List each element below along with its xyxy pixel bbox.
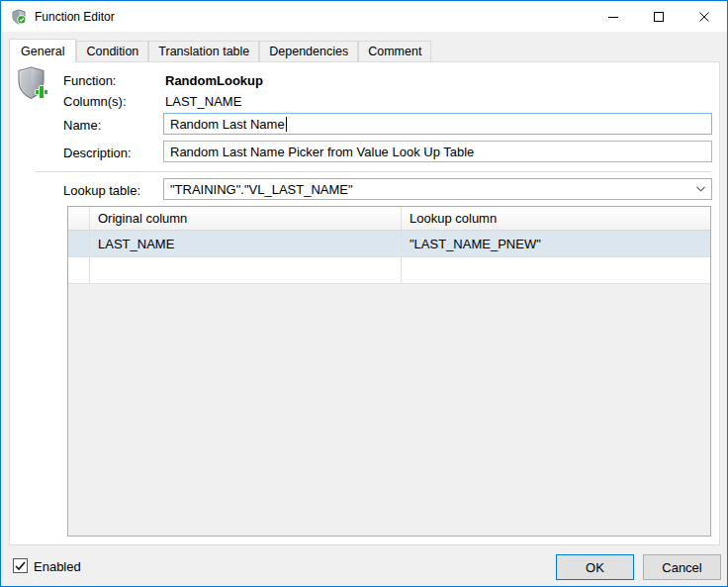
table-row[interactable]: LAST_NAME "LAST_NAME_PNEW" — [68, 231, 710, 257]
lookup-column-header: Lookup column — [402, 207, 710, 230]
columns-label: Column(s): — [63, 94, 127, 109]
table-header-row: Original column Lookup column — [68, 207, 710, 231]
checkmark-icon — [15, 561, 26, 571]
ok-button-label: OK — [586, 560, 604, 575]
minimize-button[interactable] — [591, 1, 636, 32]
tab-strip: General Condition Translation table Depe… — [9, 39, 431, 61]
tab-dependencies[interactable]: Dependencies — [259, 41, 358, 61]
tab-translation-table-label: Translation table — [158, 45, 249, 58]
name-input-value: Random Last Name — [170, 117, 285, 132]
enabled-label: Enabled — [34, 559, 81, 574]
tab-general[interactable]: General — [9, 39, 76, 62]
title-bar[interactable]: Function Editor — [1, 1, 727, 32]
columns-value: LAST_NAME — [165, 94, 241, 109]
tab-general-label: General — [21, 45, 64, 58]
row-selector-cell[interactable] — [68, 231, 90, 256]
text-caret — [286, 117, 287, 132]
maximize-button[interactable] — [636, 1, 682, 32]
lookup-table-combobox[interactable]: "TRAINING"."VL_LAST_NAME" — [163, 178, 712, 200]
minimize-icon — [608, 12, 618, 22]
row-selector-header — [68, 207, 90, 230]
close-button[interactable] — [682, 1, 727, 32]
tab-dependencies-label: Dependencies — [269, 45, 348, 58]
original-column-cell[interactable] — [90, 257, 402, 283]
maximize-icon — [654, 12, 664, 22]
lookup-column-cell[interactable] — [402, 257, 710, 283]
cancel-button-label: Cancel — [662, 560, 701, 575]
lookup-table-value: "TRAINING"."VL_LAST_NAME" — [170, 182, 692, 197]
ok-button[interactable]: OK — [556, 554, 634, 580]
tab-condition[interactable]: Condition — [76, 41, 148, 61]
name-input[interactable]: Random Last Name — [163, 113, 712, 135]
tab-comment-label: Comment — [368, 45, 421, 58]
original-column-cell[interactable]: LAST_NAME — [90, 231, 402, 256]
original-column-header: Original column — [90, 207, 402, 230]
description-input-value: Random Last Name Picker from Value Look … — [170, 145, 474, 159]
enabled-checkbox[interactable] — [13, 558, 28, 573]
app-shield-icon — [11, 9, 27, 25]
function-value: RandomLookup — [165, 73, 263, 88]
close-icon — [699, 12, 709, 22]
table-row-empty[interactable] — [68, 257, 710, 284]
lookup-column-cell[interactable]: "LAST_NAME_PNEW" — [402, 231, 710, 256]
chevron-down-icon — [692, 186, 705, 192]
general-tab-panel: Function: RandomLookup Column(s): LAST_N… — [9, 61, 720, 545]
cancel-button[interactable]: Cancel — [643, 554, 721, 580]
tab-condition-label: Condition — [86, 45, 138, 58]
lookup-table-label: Lookup table: — [63, 183, 140, 198]
section-separator — [36, 171, 711, 172]
window-title: Function Editor — [35, 10, 115, 24]
function-editor-window: Function Editor General Condition Transl… — [0, 0, 728, 587]
window-controls — [591, 1, 727, 32]
function-shield-plus-icon — [17, 66, 48, 105]
column-mapping-table: Original column Lookup column LAST_NAME … — [67, 206, 711, 537]
tab-comment[interactable]: Comment — [358, 41, 431, 61]
function-label: Function: — [63, 73, 116, 88]
row-selector-cell[interactable] — [68, 257, 90, 283]
description-label: Description: — [63, 146, 132, 160]
description-input[interactable]: Random Last Name Picker from Value Look … — [163, 141, 712, 162]
tab-translation-table[interactable]: Translation table — [148, 41, 259, 61]
name-label: Name: — [63, 118, 101, 133]
